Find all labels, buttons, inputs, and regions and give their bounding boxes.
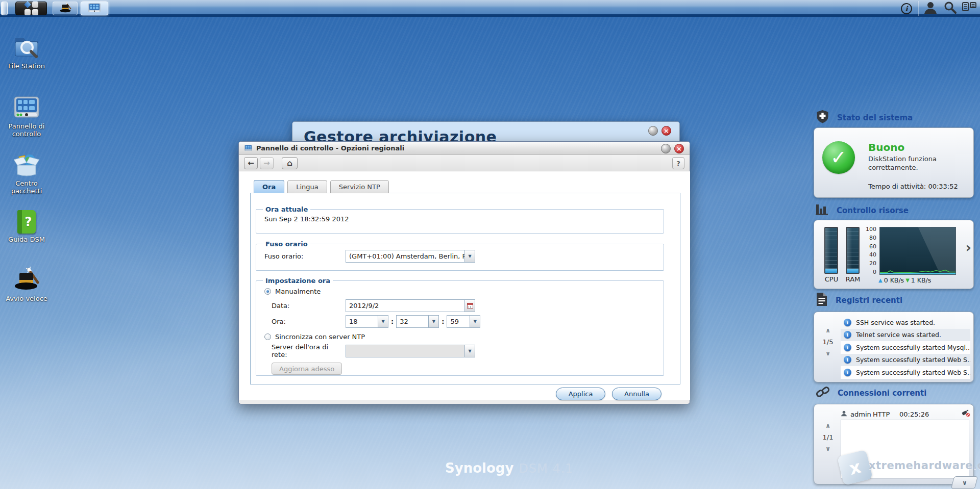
log-row: i SSH service was started.: [841, 316, 970, 329]
search-button[interactable]: [942, 2, 958, 15]
magic-hat-icon: [0, 263, 53, 293]
log-row: i System successfully started Web S...: [841, 366, 970, 379]
package-center-icon: [0, 148, 53, 177]
taskbar: i: [0, 0, 980, 17]
hour-select[interactable]: 18 ▼: [346, 315, 388, 328]
manual-radio[interactable]: [264, 288, 271, 295]
time-separator: :: [391, 318, 394, 325]
ram-label: RAM: [842, 275, 864, 283]
widget-title: Controllo risorse: [837, 206, 909, 215]
info-icon: i: [844, 369, 851, 376]
widget-collapse-button[interactable]: ∨: [951, 476, 978, 489]
desktop-icon-control-panel[interactable]: Pannello di controllo: [0, 91, 53, 138]
control-panel-icon: [0, 91, 53, 120]
log-list: i SSH service was started. i Telnet serv…: [841, 316, 970, 379]
close-icon[interactable]: ×: [674, 144, 684, 153]
minute-select[interactable]: 32 ▼: [396, 315, 439, 328]
network-throughput: ▲ 0 KB/s ▼ 1 KB/s: [878, 276, 931, 284]
dsm-help-icon: ?: [0, 204, 53, 234]
desktop-icon-dsm-help[interactable]: ? Guida DSM: [0, 204, 53, 243]
connection-row: admin HTTP 00:25:26: [841, 408, 970, 420]
info-button[interactable]: i: [899, 2, 914, 15]
upload-value: 0 KB/s: [884, 276, 904, 284]
widget-title: Registri recenti: [836, 296, 902, 305]
control-panel-taskbar-button[interactable]: [81, 2, 108, 15]
desktop-icon-quick-start[interactable]: Avvio veloce: [0, 263, 53, 302]
minimize-button[interactable]: [648, 126, 658, 136]
desktop-icon-file-station[interactable]: File Station: [0, 31, 53, 70]
system-status-widget: ✓ Buono DiskStation funziona correttamen…: [814, 127, 974, 198]
date-input[interactable]: 2012/9/2: [346, 299, 475, 312]
show-desktop-button[interactable]: [1, 2, 8, 15]
timezone-select[interactable]: (GMT+01:00) Amsterdam, Berlin, Rome, Sto…: [346, 250, 475, 263]
desktop-icon-package-center[interactable]: Centro pacchetti: [0, 148, 53, 195]
ram-meter: [846, 227, 860, 274]
page-indicator: 1/1: [819, 433, 837, 441]
connection-protocol: HTTP: [873, 410, 899, 418]
ntp-label: Sincronizza con server NTP: [275, 333, 365, 341]
desktop-icon-label: Centro pacchetti: [3, 179, 50, 195]
page-up-icon[interactable]: ∧: [819, 327, 837, 333]
help-icon: ?: [676, 160, 680, 167]
tab-ora[interactable]: Ora: [254, 180, 284, 193]
page-down-icon[interactable]: ∨: [819, 350, 837, 356]
time-separator: :: [442, 318, 444, 325]
regional-options-dialog: Pannello di controllo - Opzioni regional…: [238, 141, 690, 404]
forward-arrow-icon: →: [263, 159, 270, 168]
update-now-button[interactable]: Aggiorna adesso: [272, 363, 342, 375]
apply-button[interactable]: Applica: [556, 388, 605, 400]
user-menu-button[interactable]: [923, 2, 938, 15]
status-text: Buono: [868, 141, 904, 153]
ntp-server-select[interactable]: ▼: [346, 345, 475, 357]
second-select[interactable]: 59 ▼: [447, 315, 480, 328]
desktop-icon-label: Avvio veloce: [3, 295, 50, 302]
download-value: 1 KB/s: [911, 276, 931, 284]
minimize-button[interactable]: [661, 144, 671, 153]
home-button[interactable]: ⌂: [282, 157, 298, 169]
tab-lingua[interactable]: Lingua: [287, 180, 327, 193]
dialog-titlebar[interactable]: Pannello di controllo - Opzioni regional…: [239, 142, 690, 155]
search-icon: [943, 1, 957, 16]
current-time-legend: Ora attuale: [263, 205, 310, 213]
pilot-view-button[interactable]: [962, 2, 977, 15]
ntp-server-value: [346, 345, 464, 357]
cancel-button[interactable]: Annulla: [612, 388, 662, 400]
close-icon[interactable]: ×: [662, 126, 671, 136]
timezone-label: Fuso orario:: [264, 252, 346, 260]
current-time-value: Sun Sep 2 18:32:59 2012: [264, 215, 349, 223]
system-status-header: Stato del sistema: [816, 110, 913, 126]
page-up-icon[interactable]: ∧: [819, 423, 837, 429]
forward-button[interactable]: →: [260, 157, 274, 169]
quick-start-taskbar-button[interactable]: [53, 2, 78, 15]
main-menu-button[interactable]: [15, 2, 47, 15]
brand-text: Synology: [445, 460, 513, 476]
version-text: DSM 4.1: [519, 461, 573, 476]
current-time-group: Ora attuale Sun Sep 2 18:32:59 2012: [256, 205, 664, 234]
network-axis: 10080 6040 200: [863, 226, 876, 275]
page-down-icon[interactable]: ∨: [819, 446, 837, 452]
time-setting-legend: Impostazione ora: [263, 277, 333, 285]
ntp-radio[interactable]: [264, 333, 271, 340]
ntp-server-label: Server dell'ora di rete:: [272, 343, 346, 358]
expand-chevron-icon[interactable]: ›: [965, 241, 971, 255]
pilot-view-icon: [962, 1, 977, 16]
timezone-value: (GMT+01:00) Amsterdam, Berlin, Rome, Sto…: [346, 250, 464, 262]
disconnect-icon[interactable]: [962, 409, 970, 419]
connection-user: admin: [850, 410, 873, 418]
calendar-icon[interactable]: [464, 300, 475, 312]
taskbar-separator: [918, 1, 918, 16]
connections-widget: ∧ 1/1 ∨ admin HTTP 00:25:26: [814, 404, 974, 484]
dialog-content: Ora Lingua Servizio NTP Ora attuale Sun …: [239, 171, 690, 400]
desktop-icon-label: Pannello di controllo: [3, 122, 50, 138]
resource-monitor-widget: CPU RAM 10080 6040 200 ▲ 0 KB/s ▼ 1 KB/s…: [814, 220, 974, 289]
timezone-legend: Fuso orario: [263, 240, 310, 248]
resource-monitor-header: Controllo risorse: [816, 203, 909, 218]
back-button[interactable]: ←: [244, 157, 258, 169]
help-button[interactable]: ?: [672, 157, 684, 169]
tab-servizio-ntp[interactable]: Servizio NTP: [330, 180, 389, 193]
shield-icon: [816, 110, 829, 126]
log-row: i Telnet service was started.: [841, 329, 970, 342]
manual-label: Manualmente: [275, 288, 321, 295]
dsm-watermark: SynologyDSM 4.1: [445, 460, 574, 476]
date-value: 2012/9/2: [349, 302, 464, 310]
